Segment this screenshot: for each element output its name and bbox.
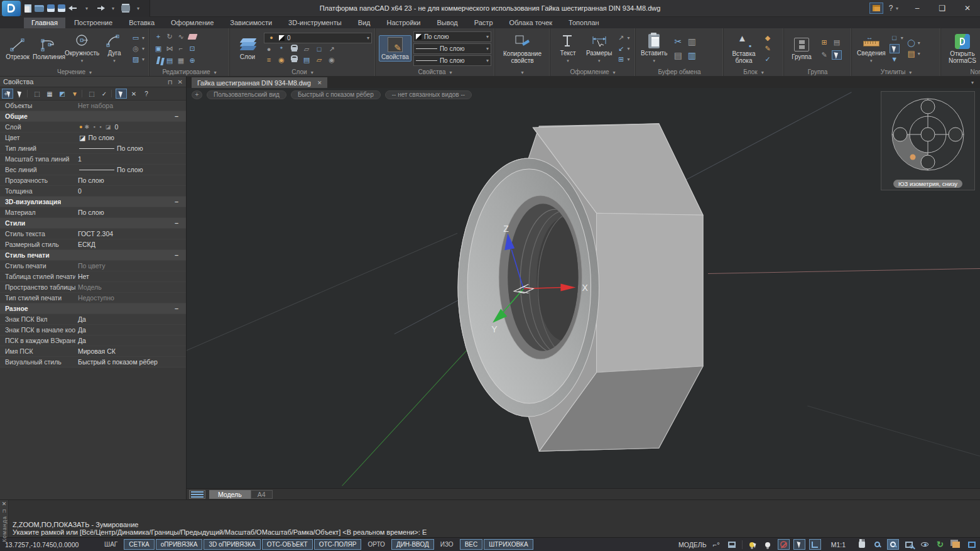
document-tab-list-icon[interactable]: ▾ [971, 80, 974, 85]
property-value[interactable] [50, 250, 175, 260]
ribbon-tab[interactable]: Облака точек [502, 18, 560, 28]
ribbon-tab[interactable]: Построение [67, 18, 120, 28]
create-block-icon[interactable] [763, 33, 773, 43]
layer-iso-icon[interactable] [276, 55, 286, 65]
select-poly-icon[interactable]: ▦ [44, 89, 55, 99]
command-history[interactable]: Z,ZOOM,ПО,ПОКАЗАТЬ - ЗумированиеУкажите … [9, 498, 980, 537]
section-label-matchprops[interactable] [495, 67, 550, 76]
property-value[interactable]: Да [75, 314, 186, 324]
multileader-dropdown-icon[interactable]: ▾ [626, 44, 631, 53]
property-value[interactable]: Нет [75, 271, 186, 281]
rectangle-icon[interactable] [131, 33, 141, 43]
group-manager-icon[interactable] [832, 38, 842, 47]
move-icon[interactable] [153, 32, 163, 41]
hex-nut-3d-model[interactable]: Z X Y [187, 88, 980, 488]
insert-block-button[interactable]: Вставка блока [727, 33, 761, 65]
layer-unlock-icon[interactable] [289, 55, 299, 65]
property-row[interactable]: Пространство таблицы с... Модель [0, 282, 186, 293]
property-value[interactable]: По слою [114, 165, 186, 175]
property-row[interactable]: Разное [0, 303, 186, 314]
property-value[interactable]: Недоступно [75, 293, 186, 303]
property-row[interactable]: Знак ПСК Вкл Да [0, 314, 186, 325]
dimensions-button[interactable]: Размеры [584, 32, 614, 65]
property-value[interactable]: ГОСТ 2.304 [75, 229, 186, 239]
layer-hide-icon[interactable] [327, 55, 337, 65]
qat-customize-icon[interactable] [133, 4, 143, 13]
layer-vp-icon[interactable] [314, 45, 324, 54]
status-toggle[interactable]: 3D оПРИВЯЗКА [204, 539, 260, 550]
space-mode-label[interactable]: МОДЕЛЬ [678, 541, 707, 548]
section-label-layers[interactable]: Слои [230, 67, 375, 76]
section-label-group[interactable]: Группа [784, 67, 851, 76]
property-row[interactable]: Масштаб типа линий 1 [0, 154, 186, 165]
collapse-section-icon[interactable] [175, 112, 178, 120]
polyline-button[interactable]: Полилиния [34, 36, 64, 61]
ribbon-tab[interactable]: 3D-инструменты [281, 18, 349, 28]
print-icon[interactable] [121, 5, 130, 11]
dimensions-dropdown-icon[interactable] [598, 57, 601, 64]
ribbon-tab[interactable]: Топоплан [561, 18, 607, 28]
orbit-icon[interactable] [918, 539, 930, 550]
interface-settings-icon[interactable] [869, 3, 883, 14]
lineweight-select[interactable]: По слою▾ [413, 55, 491, 66]
section-label-properties[interactable]: Свойства [376, 67, 494, 76]
rectangle-dropdown-icon[interactable]: ▾ [141, 33, 146, 43]
section-label-clipboard[interactable]: Буфер обмена [636, 67, 723, 76]
erase-icon[interactable] [187, 34, 197, 40]
panel-help-icon[interactable]: ? [141, 89, 152, 99]
select-window-icon[interactable] [890, 33, 900, 43]
panel-pin-icon[interactable]: ⊓ [168, 79, 173, 85]
section-label-block[interactable]: Блок [724, 67, 783, 76]
layer-select[interactable]: 0 ▾ [264, 33, 372, 43]
property-row[interactable]: Толщина 0 [0, 186, 186, 197]
document-tab-close-icon[interactable]: ✕ [317, 80, 322, 86]
property-row[interactable]: Материал По слою [0, 207, 186, 218]
new-file-icon[interactable] [24, 4, 31, 13]
draw-order-icon[interactable] [906, 49, 917, 58]
measure-dropdown-icon[interactable] [870, 57, 873, 64]
quick-select-rect-icon[interactable]: ⬚ [86, 89, 97, 99]
regen-icon[interactable]: ↻ [934, 539, 946, 550]
collapse-section-icon[interactable] [175, 219, 178, 227]
viewport-config-icon[interactable] [950, 539, 962, 550]
save-icon[interactable] [47, 4, 55, 12]
property-row[interactable]: Цвет По слою [0, 133, 186, 143]
fillet-icon[interactable] [176, 44, 186, 53]
property-value[interactable]: 1 [75, 154, 186, 164]
paste-as-block-icon[interactable] [687, 51, 697, 60]
property-row[interactable]: ПСК в каждом ВЭкране Да [0, 336, 186, 346]
property-value[interactable]: По слою [75, 175, 186, 185]
help-dropdown-icon[interactable]: ▾ [896, 6, 905, 11]
undo-dropdown-icon[interactable] [82, 4, 92, 13]
ellipse-dropdown-icon[interactable]: ▾ [141, 44, 146, 53]
property-row[interactable]: Общие [0, 111, 186, 122]
status-toggle[interactable]: ВЕС [460, 539, 483, 550]
apply-check-icon[interactable]: ✓ [99, 89, 110, 99]
draw-order-dropdown-icon[interactable]: ▾ [917, 49, 922, 58]
layer-lock-icon[interactable] [289, 45, 299, 54]
tab-sheet-a4[interactable]: А4 [251, 490, 273, 499]
zoom-icon[interactable] [871, 539, 883, 550]
linetype-select[interactable]: По слою▾ [413, 43, 491, 54]
leader-icon[interactable] [616, 33, 626, 43]
status-toggle[interactable]: ОТС-ПОЛЯР [314, 539, 362, 550]
arc-dropdown-icon[interactable] [113, 57, 116, 64]
restore-button[interactable]: ❑ [930, 0, 955, 17]
layer-match-icon[interactable] [327, 45, 337, 54]
layer-plot-icon[interactable] [302, 45, 312, 54]
select-cursor-icon[interactable] [14, 89, 26, 99]
attributes-icon[interactable] [763, 55, 773, 64]
status-toggle[interactable]: ОТС-ОБЪЕКТ [262, 539, 313, 550]
property-row[interactable]: Слой 0 [0, 122, 186, 133]
mirror-icon[interactable] [165, 44, 175, 53]
line-button[interactable]: Отрезок [3, 36, 32, 61]
locator-wheel-icon[interactable] [881, 92, 974, 180]
lighting-icon[interactable] [762, 539, 774, 550]
collapse-section-icon[interactable] [175, 198, 178, 205]
ribbon-tab[interactable]: Настройки [379, 18, 428, 28]
cursor-select-icon[interactable] [890, 44, 900, 53]
property-value[interactable]: Модель [75, 282, 186, 292]
paste-dropdown-icon[interactable] [653, 57, 655, 64]
property-row[interactable]: Размерный стиль ЕСКД [0, 239, 186, 250]
ribbon-tab[interactable]: Вставка [121, 18, 162, 28]
